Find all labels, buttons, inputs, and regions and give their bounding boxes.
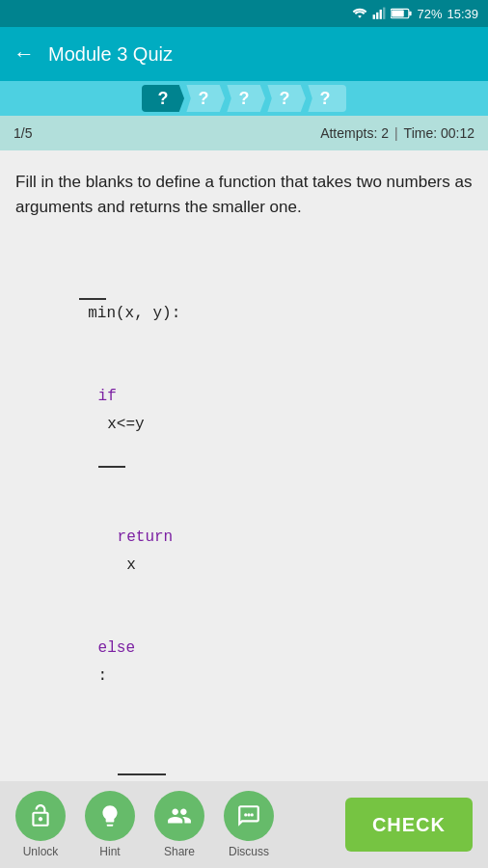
progress-bubble-3: ?: [223, 85, 265, 112]
svg-rect-5: [410, 12, 412, 16]
status-icons: 72% 15:39: [352, 7, 478, 21]
code-else-colon: :: [98, 667, 108, 685]
progress-item-1[interactable]: ?: [142, 85, 184, 112]
battery-percent: 72%: [417, 7, 442, 21]
keyword-if: if: [98, 388, 117, 405]
svg-rect-2: [380, 10, 382, 19]
status-bar: 72% 15:39: [0, 0, 488, 27]
blank-2[interactable]: [98, 439, 125, 469]
discuss-button[interactable]: Discuss: [224, 791, 274, 858]
share-label: Share: [164, 845, 195, 858]
code-condition: x<=y: [98, 416, 145, 433]
main-content: Fill in the blanks to define a function …: [0, 150, 488, 781]
discuss-circle: [224, 791, 274, 841]
stats-divider: |: [394, 125, 398, 141]
share-icon: [167, 803, 192, 828]
svg-rect-0: [373, 14, 375, 19]
progress-bubble-4: ?: [263, 85, 306, 112]
progress-bubble-2: ?: [182, 85, 225, 112]
progress-bar: ? ? ? ? ?: [0, 81, 488, 116]
unlock-button[interactable]: Unlock: [15, 791, 66, 858]
progress-item-4[interactable]: ?: [263, 85, 306, 112]
svg-point-9: [251, 813, 254, 816]
stats-bar: 1/5 Attempts: 2 | Time: 00:12: [0, 116, 488, 150]
bottom-actions: Unlock Hint Share: [15, 791, 274, 858]
svg-rect-3: [384, 8, 386, 19]
code-line-3: return x: [23, 496, 473, 607]
question-position: 1/5: [14, 125, 32, 141]
hint-icon: [97, 803, 122, 828]
code-line-4: else :: [23, 607, 473, 718]
progress-item-2[interactable]: ?: [182, 85, 225, 112]
unlock-icon: [28, 803, 53, 828]
header-title: Module 3 Quiz: [48, 43, 173, 66]
check-button[interactable]: CHECK: [345, 798, 473, 852]
discuss-icon: [236, 803, 261, 828]
signal-icon: [372, 7, 386, 20]
attempts-label: Attempts: 2: [320, 125, 389, 141]
svg-point-8: [247, 813, 250, 816]
progress-item-3[interactable]: ?: [223, 85, 265, 112]
keyword-return: return: [118, 529, 174, 546]
svg-rect-1: [377, 13, 379, 19]
progress-item-5[interactable]: ?: [304, 85, 346, 112]
blank-3[interactable]: [118, 746, 166, 775]
share-button[interactable]: Share: [154, 791, 204, 858]
question-text: Fill in the blanks to define a function …: [15, 170, 473, 219]
discuss-label: Discuss: [229, 845, 269, 858]
wifi-icon: [352, 7, 367, 20]
code-line-2: if x<=y: [23, 355, 473, 496]
unlock-label: Unlock: [23, 845, 59, 858]
time-label: Time: 00:12: [404, 125, 474, 141]
hint-label: Hint: [99, 845, 120, 858]
bottom-bar: Unlock Hint Share: [0, 781, 488, 868]
share-circle: [154, 791, 204, 841]
code-line-1: min(x, y):: [23, 242, 473, 355]
svg-rect-6: [393, 10, 405, 16]
progress-bubble-1: ?: [142, 85, 184, 112]
blank-1[interactable]: [79, 270, 107, 300]
time-display: 15:39: [447, 7, 478, 21]
keyword-else: else: [98, 639, 135, 657]
svg-point-7: [244, 813, 247, 816]
hint-circle: [85, 791, 135, 841]
battery-icon: [391, 8, 412, 19]
stats-right: Attempts: 2 | Time: 00:12: [320, 125, 474, 141]
app-header: ← Module 3 Quiz: [0, 27, 488, 81]
progress-bubble-5: ?: [304, 85, 346, 112]
code-line1-rest: min(x, y):: [79, 305, 181, 322]
hint-button[interactable]: Hint: [85, 791, 135, 858]
code-return-val: x: [118, 556, 136, 574]
back-button[interactable]: ←: [14, 41, 35, 67]
unlock-circle: [15, 791, 66, 841]
code-block: min(x, y): if x<=y return x else : y: [15, 242, 473, 831]
